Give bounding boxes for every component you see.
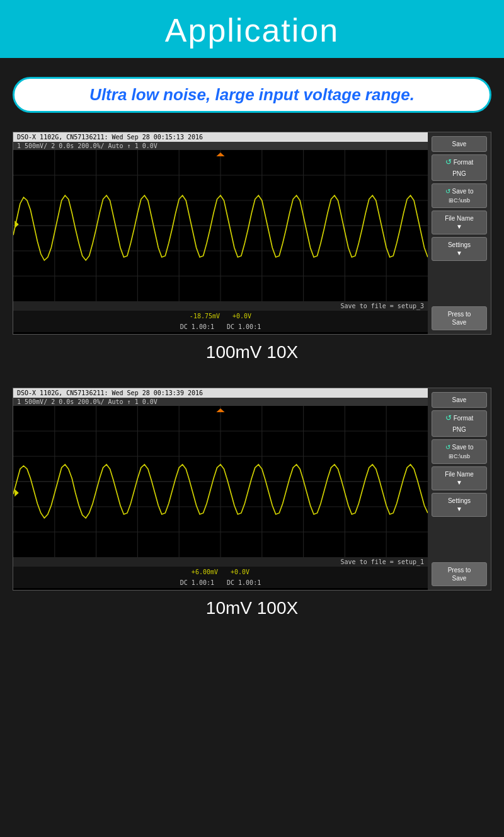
scope-status-bar-2: DSO-X 1102G, CN57136211: Wed Sep 28 00:1… [13, 388, 428, 398]
meas-left-label-2: DC 1.00:1 [180, 579, 214, 586]
settings-label-1: Settings [435, 241, 484, 249]
save-to-val-2: ⊞C:\usb [449, 453, 470, 461]
scope-params-text-1: 1 500mV/ 2 0.0s 200.0%/ Auto ↑ 1 0.0V [17, 142, 158, 149]
save-to-button-1[interactable]: ↺ Save to ⊞C:\usb [432, 183, 487, 209]
scope-container-1: DSO-X 1102G, CN57136211: Wed Sep 28 00:1… [13, 132, 491, 335]
header: Application [0, 0, 504, 58]
scope-params-bar-1: 1 500mV/ 2 0.0s 200.0%/ Auto ↑ 1 0.0V [13, 142, 428, 150]
meas-left-val-1: -18.75mV [190, 313, 220, 320]
settings-arrow-2: ▼ [435, 505, 484, 513]
file-name-label-2: File Name [435, 470, 484, 478]
format-label-1: Format [454, 158, 474, 166]
scope-buttons-1: Save ↺ Format PNG ↺ Save to ⊞C:\usb [428, 132, 491, 334]
scope-section-2: DSO-X 1102G, CN57136211: Wed Sep 28 00:1… [13, 388, 491, 618]
file-name-arrow-2: ▼ [435, 478, 484, 487]
feature-banner: Ultra low noise, large input voltage ran… [13, 77, 491, 113]
main-content: Ultra low noise, large input voltage ran… [0, 58, 504, 669]
feature-text: Ultra low noise, large input voltage ran… [30, 85, 474, 105]
file-name-label-1: File Name [435, 214, 484, 222]
press-save-button-2[interactable]: Press to Save [432, 562, 487, 586]
meas-right-val-1: +0.0V [232, 313, 251, 320]
file-name-button-2[interactable]: File Name ▼ [432, 466, 487, 490]
format-rotate-icon-2: ↺ [445, 413, 452, 424]
format-label-2: Format [454, 414, 474, 422]
meas-right-label-1: DC 1.00:1 [227, 323, 261, 330]
settings-button-2[interactable]: Settings ▼ [432, 493, 487, 517]
press-save-line2-2: Save [435, 574, 484, 582]
file-name-button-1[interactable]: File Name ▼ [432, 211, 487, 234]
format-val-1: PNG [452, 170, 466, 178]
save-button-2[interactable]: Save [432, 392, 487, 408]
press-save-line1-1: Press to [435, 310, 484, 318]
save-to-button-2[interactable]: ↺ Save to ⊞C:\usb [432, 439, 487, 465]
press-save-line1-2: Press to [435, 566, 484, 574]
meas-right-label-2: DC 1.00:1 [227, 579, 261, 586]
scope-container-2: DSO-X 1102G, CN57136211: Wed Sep 28 00:1… [13, 388, 491, 591]
header-title: Application [165, 12, 339, 49]
scope-status-text-1: DSO-X 1102G, CN57136211: Wed Sep 28 00:1… [17, 134, 203, 141]
waveform-svg-1 [13, 150, 428, 301]
scope-status-bar-1: DSO-X 1102G, CN57136211: Wed Sep 28 00:1… [13, 132, 428, 142]
settings-arrow-1: ▼ [435, 249, 484, 257]
meas-left-label-1: DC 1.00:1 [180, 323, 214, 330]
save-to-rotate-icon-2: ↺ [445, 443, 450, 451]
scope-meas-bar-1b: DC 1.00:1 DC 1.00:1 [13, 321, 428, 332]
save-to-label-2: Save to [452, 443, 474, 451]
scope-caption-1: 100mV 10X [13, 342, 491, 362]
press-save-line2-1: Save [435, 318, 484, 326]
settings-label-2: Settings [435, 497, 484, 505]
format-button-2[interactable]: ↺ Format PNG [432, 410, 487, 437]
scope-buttons-2: Save ↺ Format PNG ↺ Save to ⊞C:\usb [428, 388, 491, 590]
waveform-svg-2 [13, 406, 428, 557]
meas-right-val-2: +0.0V [231, 569, 249, 575]
waveform-area-1 [13, 150, 428, 301]
save-file-bar-1: Save to file = setup_3 [13, 301, 428, 311]
waveform-area-2 [13, 406, 428, 557]
meas-left-val-2: +6.00mV [192, 569, 218, 575]
save-file-bar-2: Save to file = setup_1 [13, 557, 428, 567]
scope-params-bar-2: 1 500mV/ 2 0.0s 200.0%/ Auto ↑ 1 0.0V [13, 398, 428, 406]
scope-meas-bar-2: +6.00mV +0.0V [13, 567, 428, 577]
format-rotate-icon-1: ↺ [445, 158, 452, 168]
scope-display-2: DSO-X 1102G, CN57136211: Wed Sep 28 00:1… [13, 388, 428, 590]
scope-meas-bar-2b: DC 1.00:1 DC 1.00:1 [13, 577, 428, 588]
press-save-button-1[interactable]: Press to Save [432, 306, 487, 330]
format-button-1[interactable]: ↺ Format PNG [432, 154, 487, 181]
save-to-val-1: ⊞C:\usb [449, 197, 470, 205]
format-val-2: PNG [452, 425, 466, 434]
scope-section-1: DSO-X 1102G, CN57136211: Wed Sep 28 00:1… [13, 132, 491, 362]
save-file-text-1: Save to file = setup_3 [341, 303, 424, 309]
settings-button-1[interactable]: Settings ▼ [432, 237, 487, 261]
save-file-text-2: Save to file = setup_1 [341, 558, 424, 565]
save-to-label-1: Save to [452, 187, 474, 195]
scope-caption-2: 10mV 100X [13, 598, 491, 618]
scope-display-1: DSO-X 1102G, CN57136211: Wed Sep 28 00:1… [13, 132, 428, 334]
save-button-1[interactable]: Save [432, 136, 487, 152]
file-name-arrow-1: ▼ [435, 222, 484, 231]
scope-status-text-2: DSO-X 1102G, CN57136211: Wed Sep 28 00:1… [17, 390, 203, 396]
scope-params-text-2: 1 500mV/ 2 0.0s 200.0%/ Auto ↑ 1 0.0V [17, 398, 158, 405]
save-to-rotate-icon-1: ↺ [445, 187, 450, 195]
scope-meas-bar-1: -18.75mV +0.0V [13, 311, 428, 321]
